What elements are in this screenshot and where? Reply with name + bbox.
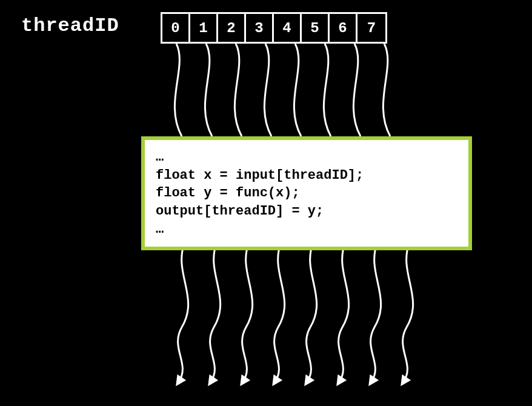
thread-cell: 2	[218, 14, 246, 42]
thread-cell: 4	[274, 14, 302, 42]
code-line: output[threadID] = y;	[156, 204, 324, 219]
code-line: …	[156, 222, 164, 237]
title-label: threadID	[21, 15, 119, 37]
code-line: float y = func(x);	[156, 185, 300, 201]
thread-cell: 5	[302, 14, 330, 42]
thread-cell: 3	[246, 14, 274, 42]
code-line: …	[156, 150, 164, 165]
thread-cell: 0	[162, 14, 190, 42]
code-line: float x = input[threadID];	[156, 168, 364, 183]
thread-cell: 6	[330, 14, 357, 42]
thread-id-row: 0 1 2 3 4 5 6 7	[161, 12, 387, 44]
thread-cell: 7	[357, 14, 385, 42]
thread-cell: 1	[190, 14, 218, 42]
code-block: … float x = input[threadID]; float y = f…	[141, 136, 472, 250]
